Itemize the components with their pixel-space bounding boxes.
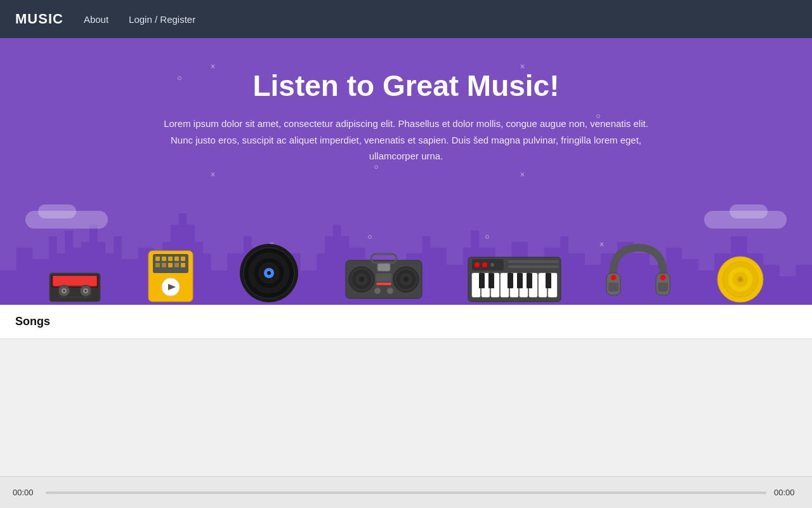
vinyl-instrument — [237, 241, 301, 305]
decor-x1: × — [211, 62, 215, 71]
player-time-end: 00:00 — [774, 488, 799, 497]
svg-rect-15 — [168, 257, 173, 261]
headphones-svg — [603, 241, 673, 305]
boombox-svg — [343, 248, 425, 305]
decor-x2: × — [211, 170, 215, 179]
headphones-instrument — [603, 241, 673, 305]
instruments-row — [0, 210, 812, 305]
svg-rect-63 — [479, 273, 485, 288]
svg-point-37 — [359, 277, 364, 282]
svg-rect-66 — [517, 273, 523, 288]
svg-point-71 — [611, 275, 616, 280]
drum-machine-svg — [145, 248, 196, 305]
svg-rect-65 — [508, 273, 513, 288]
svg-point-49 — [475, 262, 480, 267]
svg-rect-72 — [608, 283, 619, 291]
svg-rect-2 — [53, 276, 97, 286]
player-time-start: 00:00 — [13, 488, 38, 497]
gold-disc-instrument — [715, 254, 766, 305]
svg-rect-16 — [174, 257, 179, 261]
svg-rect-44 — [376, 283, 391, 285]
songs-title: Songs — [15, 315, 797, 328]
svg-rect-21 — [174, 263, 179, 267]
svg-rect-42 — [377, 264, 390, 271]
gold-disc-svg — [715, 254, 766, 305]
cloud-right — [704, 211, 787, 229]
decor-dot3 — [374, 165, 378, 169]
svg-rect-14 — [162, 257, 166, 261]
navbar: MUSIC About Login / Register — [0, 0, 812, 38]
svg-rect-20 — [168, 263, 173, 267]
svg-rect-64 — [488, 273, 494, 288]
svg-rect-43 — [376, 273, 392, 282]
cassette-svg — [46, 264, 103, 305]
content-area — [0, 339, 812, 450]
svg-point-51 — [490, 263, 494, 267]
songs-section: Songs — [0, 305, 812, 339]
svg-rect-17 — [181, 257, 185, 261]
login-register-link[interactable]: Login / Register — [129, 14, 195, 25]
vinyl-svg — [237, 241, 301, 305]
decor-dot1 — [178, 76, 181, 80]
drum-machine-instrument — [145, 248, 196, 305]
cassette-instrument — [46, 264, 103, 305]
brand-logo: MUSIC — [15, 11, 63, 27]
svg-point-45 — [374, 288, 381, 294]
player-progress-bar[interactable] — [46, 491, 766, 494]
svg-point-9 — [84, 290, 86, 292]
keyboard-svg — [467, 254, 562, 305]
svg-point-80 — [739, 278, 742, 281]
svg-rect-68 — [546, 273, 551, 288]
boombox-instrument — [343, 248, 425, 305]
svg-rect-74 — [658, 283, 668, 291]
svg-rect-52 — [508, 260, 559, 263]
hero-title: Listen to Great Music! — [252, 69, 559, 103]
svg-rect-22 — [181, 263, 185, 267]
svg-point-46 — [387, 288, 393, 294]
about-link[interactable]: About — [84, 14, 108, 25]
svg-rect-19 — [162, 263, 166, 267]
hero-section: × × × × × × × × Listen to Great Music! L… — [0, 38, 812, 305]
svg-point-50 — [482, 262, 487, 267]
hero-description: Lorem ipsum dolor sit amet, consectetur … — [164, 116, 648, 164]
svg-rect-53 — [508, 265, 559, 268]
keyboard-instrument — [467, 254, 562, 305]
svg-point-41 — [403, 277, 409, 282]
svg-point-31 — [267, 271, 271, 275]
decor-x4: × — [520, 170, 525, 179]
svg-rect-18 — [155, 263, 160, 267]
cloud-left — [25, 211, 108, 229]
svg-point-6 — [63, 290, 65, 292]
player-bar: 00:00 00:00 — [0, 476, 812, 508]
svg-rect-13 — [155, 257, 160, 261]
svg-rect-67 — [527, 273, 532, 288]
svg-point-73 — [660, 275, 665, 280]
